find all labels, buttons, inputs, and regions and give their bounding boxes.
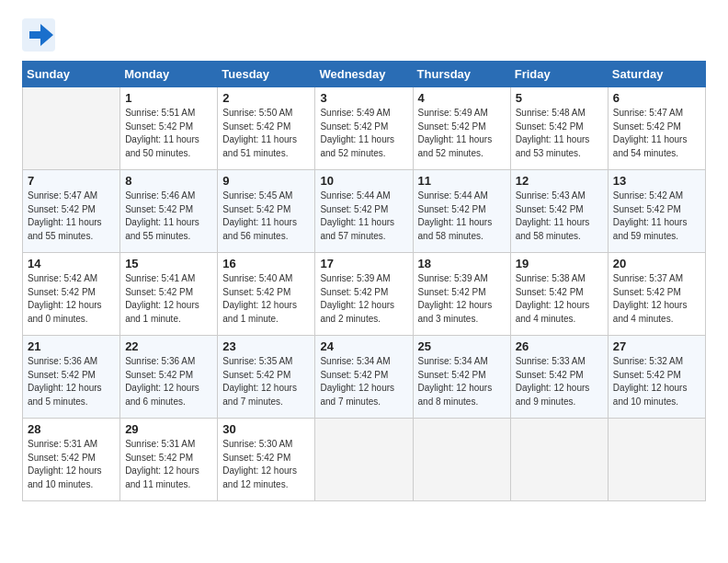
- calendar-cell: 18Sunrise: 5:39 AM Sunset: 5:42 PM Dayli…: [413, 253, 510, 336]
- day-info: Sunrise: 5:47 AM Sunset: 5:42 PM Dayligh…: [28, 190, 115, 243]
- calendar-cell: 17Sunrise: 5:39 AM Sunset: 5:42 PM Dayli…: [315, 253, 413, 336]
- calendar-table: SundayMondayTuesdayWednesdayThursdayFrid…: [22, 61, 706, 501]
- day-number: 18: [418, 257, 506, 270]
- calendar-cell: 6Sunrise: 5:47 AM Sunset: 5:42 PM Daylig…: [608, 87, 705, 170]
- day-header-sunday: Sunday: [23, 62, 120, 87]
- day-number: 20: [613, 257, 700, 270]
- day-number: 12: [516, 174, 603, 188]
- calendar-cell: 30Sunrise: 5:30 AM Sunset: 5:42 PM Dayli…: [218, 419, 315, 501]
- day-info: Sunrise: 5:38 AM Sunset: 5:42 PM Dayligh…: [516, 272, 603, 326]
- calendar-cell: [315, 419, 413, 501]
- day-info: Sunrise: 5:41 AM Sunset: 5:42 PM Dayligh…: [125, 272, 212, 326]
- day-info: Sunrise: 5:33 AM Sunset: 5:42 PM Dayligh…: [516, 355, 603, 408]
- day-header-tuesday: Tuesday: [218, 62, 315, 87]
- day-header-monday: Monday: [120, 62, 218, 87]
- calendar-cell: 10Sunrise: 5:44 AM Sunset: 5:42 PM Dayli…: [315, 170, 413, 253]
- day-info: Sunrise: 5:44 AM Sunset: 5:42 PM Dayligh…: [320, 190, 407, 243]
- week-row-5: 28Sunrise: 5:31 AM Sunset: 5:42 PM Dayli…: [23, 419, 706, 501]
- calendar-cell: 2Sunrise: 5:50 AM Sunset: 5:42 PM Daylig…: [218, 87, 315, 170]
- day-info: Sunrise: 5:50 AM Sunset: 5:42 PM Dayligh…: [222, 107, 310, 160]
- day-number: 26: [516, 339, 603, 353]
- header-row: SundayMondayTuesdayWednesdayThursdayFrid…: [23, 62, 706, 87]
- calendar-cell: [608, 419, 705, 501]
- day-number: 27: [613, 339, 700, 353]
- day-number: 30: [222, 422, 310, 436]
- day-number: 25: [418, 339, 506, 353]
- calendar-cell: 21Sunrise: 5:36 AM Sunset: 5:42 PM Dayli…: [23, 336, 120, 419]
- day-info: Sunrise: 5:40 AM Sunset: 5:42 PM Dayligh…: [222, 272, 310, 326]
- day-info: Sunrise: 5:47 AM Sunset: 5:42 PM Dayligh…: [613, 107, 700, 160]
- calendar-cell: 9Sunrise: 5:45 AM Sunset: 5:42 PM Daylig…: [218, 170, 315, 253]
- calendar-cell: 3Sunrise: 5:49 AM Sunset: 5:42 PM Daylig…: [315, 87, 413, 170]
- day-info: Sunrise: 5:42 AM Sunset: 5:42 PM Dayligh…: [613, 190, 700, 243]
- calendar-cell: [413, 419, 510, 501]
- day-info: Sunrise: 5:49 AM Sunset: 5:42 PM Dayligh…: [418, 107, 506, 160]
- day-info: Sunrise: 5:32 AM Sunset: 5:42 PM Dayligh…: [613, 355, 700, 408]
- calendar-header: SundayMondayTuesdayWednesdayThursdayFrid…: [23, 62, 706, 87]
- calendar-cell: 27Sunrise: 5:32 AM Sunset: 5:42 PM Dayli…: [608, 336, 705, 419]
- day-number: 28: [28, 422, 115, 436]
- day-number: 23: [222, 339, 310, 353]
- calendar-cell: 24Sunrise: 5:34 AM Sunset: 5:42 PM Dayli…: [315, 336, 413, 419]
- day-number: 4: [418, 91, 506, 105]
- logo: [22, 18, 59, 52]
- day-info: Sunrise: 5:44 AM Sunset: 5:42 PM Dayligh…: [418, 190, 506, 243]
- calendar-cell: 8Sunrise: 5:46 AM Sunset: 5:42 PM Daylig…: [120, 170, 218, 253]
- day-info: Sunrise: 5:31 AM Sunset: 5:42 PM Dayligh…: [125, 438, 212, 491]
- day-number: 8: [125, 174, 212, 188]
- day-number: 14: [28, 257, 115, 270]
- calendar-cell: 7Sunrise: 5:47 AM Sunset: 5:42 PM Daylig…: [23, 170, 120, 253]
- day-number: 13: [613, 174, 700, 188]
- day-number: 7: [28, 174, 115, 188]
- day-number: 17: [320, 257, 407, 270]
- day-number: 15: [125, 257, 212, 270]
- calendar-cell: 13Sunrise: 5:42 AM Sunset: 5:42 PM Dayli…: [608, 170, 705, 253]
- day-number: 19: [516, 257, 603, 270]
- day-info: Sunrise: 5:45 AM Sunset: 5:42 PM Dayligh…: [222, 190, 310, 243]
- calendar-cell: 20Sunrise: 5:37 AM Sunset: 5:42 PM Dayli…: [608, 253, 705, 336]
- day-number: 16: [222, 257, 310, 270]
- day-info: Sunrise: 5:39 AM Sunset: 5:42 PM Dayligh…: [320, 272, 407, 326]
- day-number: 5: [516, 91, 603, 105]
- logo-icon: [22, 18, 55, 52]
- day-number: 10: [320, 174, 407, 188]
- day-info: Sunrise: 5:49 AM Sunset: 5:42 PM Dayligh…: [320, 107, 407, 160]
- day-number: 29: [125, 422, 212, 436]
- day-info: Sunrise: 5:31 AM Sunset: 5:42 PM Dayligh…: [28, 438, 115, 491]
- calendar-body: 1Sunrise: 5:51 AM Sunset: 5:42 PM Daylig…: [23, 87, 706, 501]
- calendar-cell: 16Sunrise: 5:40 AM Sunset: 5:42 PM Dayli…: [218, 253, 315, 336]
- calendar-cell: 28Sunrise: 5:31 AM Sunset: 5:42 PM Dayli…: [23, 419, 120, 501]
- day-number: 21: [28, 339, 115, 353]
- day-number: 6: [613, 91, 700, 105]
- calendar-cell: 23Sunrise: 5:35 AM Sunset: 5:42 PM Dayli…: [218, 336, 315, 419]
- day-info: Sunrise: 5:35 AM Sunset: 5:42 PM Dayligh…: [222, 355, 310, 408]
- day-info: Sunrise: 5:39 AM Sunset: 5:42 PM Dayligh…: [418, 272, 506, 326]
- calendar-cell: 14Sunrise: 5:42 AM Sunset: 5:42 PM Dayli…: [23, 253, 120, 336]
- page-header: [22, 18, 706, 52]
- calendar-cell: 4Sunrise: 5:49 AM Sunset: 5:42 PM Daylig…: [413, 87, 510, 170]
- week-row-1: 1Sunrise: 5:51 AM Sunset: 5:42 PM Daylig…: [23, 87, 706, 170]
- day-info: Sunrise: 5:51 AM Sunset: 5:42 PM Dayligh…: [125, 107, 212, 160]
- week-row-4: 21Sunrise: 5:36 AM Sunset: 5:42 PM Dayli…: [23, 336, 706, 419]
- day-number: 3: [320, 91, 407, 105]
- calendar-cell: 5Sunrise: 5:48 AM Sunset: 5:42 PM Daylig…: [510, 87, 608, 170]
- day-info: Sunrise: 5:37 AM Sunset: 5:42 PM Dayligh…: [613, 272, 700, 326]
- day-info: Sunrise: 5:43 AM Sunset: 5:42 PM Dayligh…: [516, 190, 603, 243]
- day-number: 22: [125, 339, 212, 353]
- day-info: Sunrise: 5:48 AM Sunset: 5:42 PM Dayligh…: [516, 107, 603, 160]
- calendar-cell: 25Sunrise: 5:34 AM Sunset: 5:42 PM Dayli…: [413, 336, 510, 419]
- calendar-cell: 19Sunrise: 5:38 AM Sunset: 5:42 PM Dayli…: [510, 253, 608, 336]
- calendar-cell: [510, 419, 608, 501]
- day-info: Sunrise: 5:34 AM Sunset: 5:42 PM Dayligh…: [418, 355, 506, 408]
- day-header-saturday: Saturday: [608, 62, 705, 87]
- week-row-2: 7Sunrise: 5:47 AM Sunset: 5:42 PM Daylig…: [23, 170, 706, 253]
- day-number: 2: [222, 91, 310, 105]
- day-header-friday: Friday: [510, 62, 608, 87]
- calendar-cell: 15Sunrise: 5:41 AM Sunset: 5:42 PM Dayli…: [120, 253, 218, 336]
- day-info: Sunrise: 5:30 AM Sunset: 5:42 PM Dayligh…: [222, 438, 310, 491]
- day-info: Sunrise: 5:36 AM Sunset: 5:42 PM Dayligh…: [28, 355, 115, 408]
- week-row-3: 14Sunrise: 5:42 AM Sunset: 5:42 PM Dayli…: [23, 253, 706, 336]
- calendar-cell: 26Sunrise: 5:33 AM Sunset: 5:42 PM Dayli…: [510, 336, 608, 419]
- day-number: 9: [222, 174, 310, 188]
- calendar-cell: [23, 87, 120, 170]
